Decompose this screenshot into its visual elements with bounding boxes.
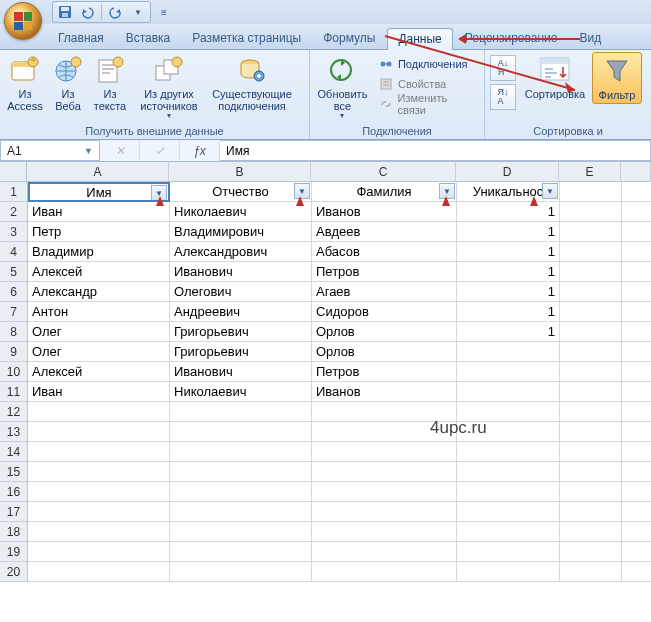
row-header[interactable]: 15 (0, 462, 28, 482)
save-icon[interactable] (57, 4, 73, 20)
cell[interactable] (560, 322, 622, 342)
cell[interactable] (170, 402, 312, 422)
cell[interactable] (560, 222, 622, 242)
cell[interactable]: Уникальнос▼ (457, 182, 560, 202)
cell[interactable] (28, 422, 170, 442)
cell[interactable]: Владимирович (170, 222, 312, 242)
cell[interactable] (170, 542, 312, 562)
qat-dropdown-icon[interactable]: ▼ (130, 4, 146, 20)
cell[interactable] (170, 442, 312, 462)
row-header[interactable]: 2 (0, 202, 28, 222)
cell[interactable] (622, 322, 651, 342)
row-header[interactable]: 16 (0, 482, 28, 502)
from-other-button[interactable]: Из других источников ▾ (133, 52, 205, 123)
cell[interactable] (622, 422, 651, 442)
cell[interactable] (622, 502, 651, 522)
cell[interactable] (170, 522, 312, 542)
row-header[interactable]: 12 (0, 402, 28, 422)
cell[interactable] (457, 382, 560, 402)
cell[interactable]: 1 (457, 262, 560, 282)
row-header[interactable]: 5 (0, 262, 28, 282)
cell[interactable] (28, 402, 170, 422)
cell[interactable] (622, 362, 651, 382)
from-web-button[interactable]: Из Веба (49, 52, 87, 114)
cell[interactable] (28, 542, 170, 562)
cell[interactable] (622, 342, 651, 362)
cell[interactable] (457, 502, 560, 522)
tab-data[interactable]: Данные (387, 28, 452, 50)
column-header-e[interactable]: E (559, 162, 621, 182)
sort-desc-button[interactable]: Я↓А (490, 84, 516, 110)
cell[interactable] (28, 442, 170, 462)
cell[interactable] (560, 522, 622, 542)
cell[interactable] (622, 282, 651, 302)
undo-icon[interactable] (79, 4, 95, 20)
cell[interactable]: Иван (28, 382, 170, 402)
from-access-button[interactable]: Из Access (3, 52, 47, 114)
name-box[interactable]: A1 ▼ (0, 140, 100, 161)
row-header[interactable]: 13 (0, 422, 28, 442)
cell[interactable] (457, 342, 560, 362)
from-text-button[interactable]: Из текста (89, 52, 131, 114)
row-header[interactable]: 1 (0, 182, 28, 202)
cell[interactable] (560, 282, 622, 302)
cell[interactable] (170, 482, 312, 502)
namebox-dropdown-icon[interactable]: ▼ (84, 146, 93, 156)
cell[interactable]: Иван (28, 202, 170, 222)
row-header[interactable]: 3 (0, 222, 28, 242)
cell[interactable]: Имя▼ (28, 182, 170, 202)
cell[interactable] (560, 382, 622, 402)
cell[interactable] (170, 462, 312, 482)
formula-bar[interactable]: Имя (220, 140, 651, 161)
cell[interactable]: 1 (457, 322, 560, 342)
cell[interactable] (457, 442, 560, 462)
cell[interactable] (622, 522, 651, 542)
cell[interactable] (312, 542, 457, 562)
cell[interactable] (560, 302, 622, 322)
cell[interactable]: Николаевич (170, 202, 312, 222)
column-header[interactable] (621, 162, 651, 182)
select-all-corner[interactable] (0, 162, 27, 182)
cell[interactable] (560, 462, 622, 482)
filter-dropdown-icon[interactable]: ▼ (542, 183, 558, 199)
cell[interactable] (560, 202, 622, 222)
cell[interactable]: Олег (28, 342, 170, 362)
cell[interactable]: Петр (28, 222, 170, 242)
office-button[interactable] (4, 2, 42, 40)
row-header[interactable]: 7 (0, 302, 28, 322)
cell[interactable]: Петров (312, 262, 457, 282)
cell[interactable] (622, 442, 651, 462)
connections-button[interactable]: Подключения (374, 54, 481, 74)
cell[interactable] (457, 362, 560, 382)
row-header[interactable]: 14 (0, 442, 28, 462)
cell[interactable]: Николаевич (170, 382, 312, 402)
cell[interactable] (622, 202, 651, 222)
cell[interactable] (622, 562, 651, 582)
cell[interactable] (560, 502, 622, 522)
row-header[interactable]: 4 (0, 242, 28, 262)
tab-insert[interactable]: Вставка (116, 28, 181, 49)
tab-formulas[interactable]: Формулы (313, 28, 385, 49)
refresh-all-button[interactable]: Обновить все ▾ (313, 52, 372, 123)
cell[interactable]: Алексей (28, 262, 170, 282)
cell[interactable]: Абасов (312, 242, 457, 262)
cell[interactable]: Олег (28, 322, 170, 342)
cell[interactable]: 1 (457, 282, 560, 302)
cell[interactable] (28, 562, 170, 582)
cell[interactable]: Авдеев (312, 222, 457, 242)
cell[interactable] (560, 402, 622, 422)
cell[interactable] (312, 502, 457, 522)
cell[interactable] (457, 562, 560, 582)
cell[interactable] (28, 502, 170, 522)
cell[interactable] (622, 542, 651, 562)
cell[interactable]: Олегович (170, 282, 312, 302)
cell[interactable]: 1 (457, 202, 560, 222)
cell[interactable] (312, 442, 457, 462)
cell[interactable] (622, 382, 651, 402)
cell[interactable] (560, 422, 622, 442)
cell[interactable]: Григорьевич (170, 322, 312, 342)
column-header-d[interactable]: D (456, 162, 559, 182)
cell[interactable]: Андреевич (170, 302, 312, 322)
cell[interactable]: Александрович (170, 242, 312, 262)
worksheet[interactable]: ABCDE 1234567891011121314151617181920 Им… (0, 162, 651, 582)
